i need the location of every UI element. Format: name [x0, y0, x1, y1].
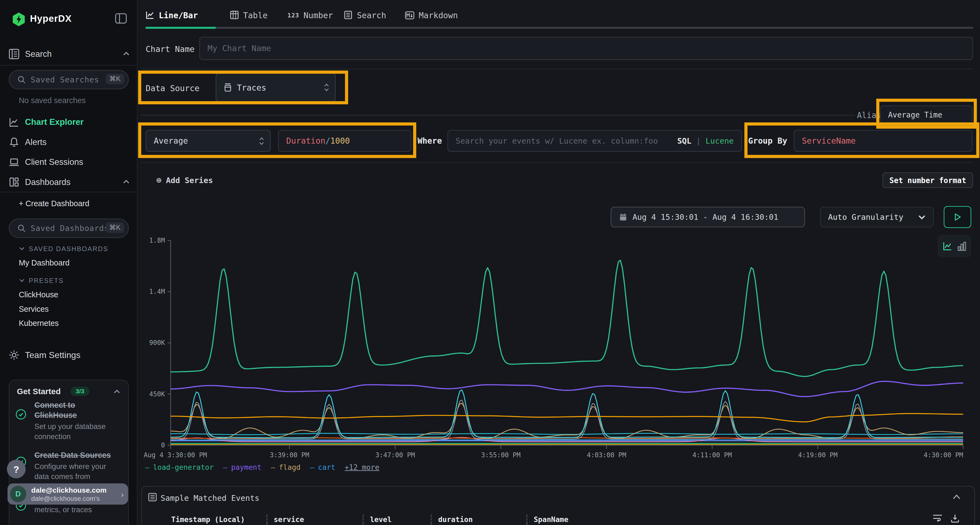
step-title: ClickHouse — [34, 411, 77, 420]
legend-label: payment — [231, 463, 261, 471]
sidebar-item-label: Client Sessions — [25, 157, 83, 166]
sidebar-item-chart-explorer[interactable]: Chart Explorer — [0, 115, 137, 128]
create-dashboard-button[interactable]: + Create Dashboard — [19, 199, 89, 208]
saved-dashboards-placeholder: Saved Dashboards — [30, 224, 109, 233]
collapse-chevron-icon[interactable] — [953, 494, 961, 500]
group-label: SAVED DASHBOARDS — [29, 245, 108, 252]
run-query-button[interactable] — [944, 206, 971, 228]
svg-text:4:03:00 PM: 4:03:00 PM — [587, 451, 626, 459]
dashboard-link-my-dashboard[interactable]: My Dashboard — [19, 259, 70, 267]
dashboard-link-clickhouse[interactable]: ClickHouse — [19, 290, 58, 299]
help-label: ? — [13, 464, 19, 474]
sql-mode-toggle[interactable]: SQL — [677, 136, 692, 146]
group-saved-dashboards[interactable]: SAVED DASHBOARDS — [19, 245, 108, 252]
sidebar-item-search[interactable]: Search — [0, 47, 137, 61]
dashboards-grid-icon — [9, 176, 19, 187]
svg-text:0: 0 — [161, 441, 165, 449]
tab-markdown[interactable]: Markdown — [405, 9, 458, 21]
where-label: Where — [418, 136, 442, 146]
tab-search[interactable]: Search — [344, 9, 386, 21]
svg-text:3:47:00 PM: 3:47:00 PM — [375, 451, 415, 459]
events-column-header[interactable]: service — [266, 515, 363, 525]
date-range-value: Aug 4 15:30:01 - Aug 4 16:30:01 — [632, 213, 778, 222]
events-column-header[interactable]: SpanName — [526, 515, 714, 525]
sidebar-item-label: Team Settings — [25, 350, 81, 360]
where-input[interactable] — [448, 136, 677, 146]
events-panel-title: Sample Matched Events — [161, 493, 259, 503]
sidebar-item-alerts[interactable]: Alerts — [0, 135, 137, 149]
group-label: PRESETS — [29, 277, 64, 284]
alias-divider — [141, 115, 855, 115]
aggregation-select[interactable]: Average — [146, 130, 270, 152]
list-icon — [148, 493, 157, 501]
saved-dashboards-input[interactable]: Saved Dashboards ⌘K — [9, 219, 129, 238]
legend-swatch: — — [223, 463, 227, 471]
date-range-picker[interactable]: Aug 4 15:30:01 - Aug 4 16:30:01 — [611, 207, 805, 227]
alias-input[interactable] — [881, 111, 972, 119]
wrap-text-icon[interactable] — [932, 514, 942, 522]
set-number-format-button[interactable]: Set number format — [883, 173, 973, 188]
download-icon[interactable] — [951, 514, 959, 523]
legend-item[interactable]: —payment — [223, 463, 261, 471]
tab-line-bar[interactable]: Line/Bar — [146, 9, 198, 21]
tab-table[interactable]: Table — [230, 9, 267, 21]
tab-number[interactable]: 123 Number — [288, 9, 333, 21]
help-button[interactable]: ? — [7, 460, 25, 479]
search-panel-icon — [9, 48, 19, 59]
group-presets[interactable]: PRESETS — [19, 277, 64, 284]
dashboard-link-kubernetes[interactable]: Kubernetes — [19, 319, 59, 328]
svg-text:450K: 450K — [149, 390, 165, 398]
legend-label: cart — [318, 463, 336, 471]
legend-swatch: — — [145, 463, 150, 471]
chevron-up-icon[interactable] — [113, 388, 121, 395]
step-desc: data comes from — [34, 472, 90, 481]
get-started-step-2[interactable]: Create Data Sources Configure where your… — [34, 450, 111, 482]
lucene-mode-toggle[interactable]: Lucene — [706, 136, 734, 146]
chart-explorer-main: Line/Bar Table 123 Number — [137, 0, 980, 525]
chart-name-inputbox — [199, 37, 973, 60]
add-series-button[interactable]: ⊕ Add Series — [156, 175, 213, 185]
legend-swatch: — — [271, 463, 275, 471]
sidebar-item-client-sessions[interactable]: Client Sessions — [0, 155, 137, 169]
cmd-k-shortcut: ⌘K — [105, 222, 124, 233]
timeseries-chart[interactable]: 0450K900K1.4M1.8MAug 4 3:30:00 PM3:39:00… — [144, 237, 971, 460]
tab-label: Line/Bar — [159, 10, 198, 20]
legend-item[interactable]: —load-generator — [145, 463, 214, 471]
tab-underline-track — [146, 27, 973, 29]
sidebar: HyperDX Search Saved Searches ⌘K — [0, 0, 137, 525]
chevron-down-icon — [19, 245, 25, 252]
sidebar-item-team-settings[interactable]: Team Settings — [0, 348, 137, 362]
markdown-icon — [405, 11, 414, 19]
legend-item[interactable]: —flagd — [271, 463, 301, 471]
divider — [141, 162, 973, 163]
events-column-header[interactable]: duration — [431, 515, 526, 525]
dashboard-link-services[interactable]: Services — [19, 305, 49, 313]
chevron-down-icon — [918, 215, 926, 219]
data-source-value: Traces — [237, 83, 266, 92]
chevron-up-icon[interactable] — [123, 50, 130, 58]
events-column-header[interactable]: Timestamp (Local) — [167, 515, 266, 525]
add-series-label: Add Series — [166, 175, 213, 184]
chart-name-input[interactable] — [200, 44, 973, 53]
sidebar-item-label: Search — [25, 49, 52, 58]
events-column-header[interactable]: level — [363, 515, 431, 525]
divider — [0, 65, 137, 65]
sidebar-item-dashboards[interactable]: Dashboards — [0, 175, 137, 189]
sidebar-collapse-icon[interactable] — [115, 13, 127, 24]
chevron-up-icon[interactable] — [123, 178, 130, 186]
legend-label: load-generator — [153, 463, 214, 471]
group-by-input[interactable]: ServiceName — [794, 130, 973, 152]
legend-more-link[interactable]: +12 more — [345, 463, 379, 471]
divider — [0, 192, 137, 192]
user-menu[interactable]: D dale@clickhouse.com dale@clickhouse.co… — [8, 484, 128, 504]
get-started-progress-badge: 3/3 — [70, 387, 89, 396]
play-icon — [954, 213, 961, 221]
get-started-step-1[interactable]: Connect to ClickHouse Set up your databa… — [34, 400, 106, 442]
field-expression-input[interactable]: Duration/1000 — [278, 130, 411, 152]
data-source-select[interactable]: Traces — [216, 73, 336, 102]
granularity-select[interactable]: Auto Granularity — [820, 207, 934, 227]
saved-searches-input[interactable]: Saved Searches ⌘K — [9, 70, 129, 89]
chevron-right-icon: › — [121, 489, 124, 499]
search-icon — [18, 76, 25, 84]
legend-item[interactable]: —cart — [310, 463, 335, 471]
